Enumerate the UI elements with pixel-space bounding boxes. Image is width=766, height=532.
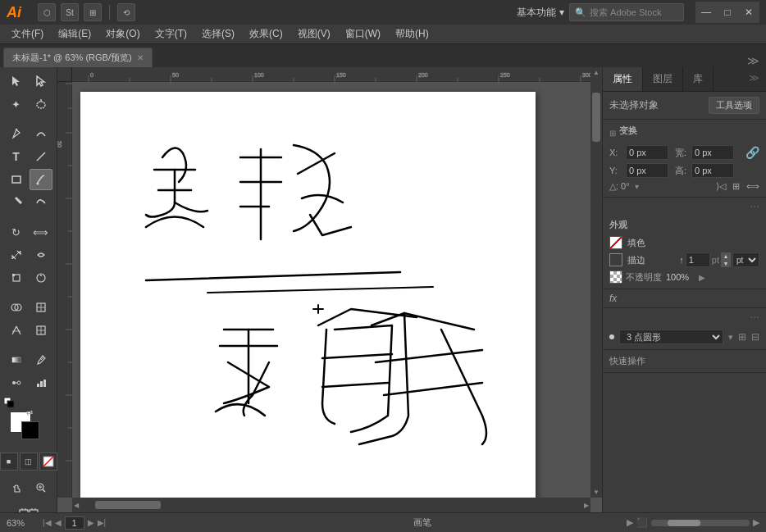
panel-more-btn[interactable]: ≫: [742, 67, 766, 91]
menu-help[interactable]: 帮助(H): [389, 25, 435, 43]
scroll-right-btn[interactable]: ▶: [584, 502, 589, 509]
menu-effect[interactable]: 效果(C): [243, 25, 290, 43]
first-page-btn[interactable]: |◀: [43, 518, 52, 527]
search-stock-input[interactable]: 🔍 搜索 Adobe Stock: [569, 3, 684, 21]
hand-tool[interactable]: [5, 477, 28, 498]
scroll-left-btn[interactable]: ◀: [74, 502, 79, 509]
tab-layers[interactable]: 图层: [643, 67, 683, 91]
scroll-thumb-h[interactable]: [95, 501, 161, 509]
play-btn[interactable]: ▶: [627, 517, 633, 528]
arrange-btn[interactable]: ⟲: [117, 3, 135, 21]
fill-swatch[interactable]: [609, 236, 622, 249]
last-page-btn[interactable]: ▶|: [98, 518, 107, 527]
scroll-down-btn[interactable]: ▼: [593, 489, 600, 496]
default-colors-icon[interactable]: [3, 397, 15, 408]
panel-toggle[interactable]: ≫: [747, 54, 766, 67]
menu-object[interactable]: 对象(O): [99, 25, 146, 43]
stroke-up-btn[interactable]: ▲: [721, 252, 731, 260]
selection-tool[interactable]: [5, 70, 28, 92]
rectangle-tool[interactable]: [5, 169, 28, 190]
curvature-tool[interactable]: [30, 123, 52, 144]
rotate-tool[interactable]: ↻: [5, 221, 28, 243]
stroke-swatch[interactable]: [609, 253, 622, 266]
lasso-tool[interactable]: [30, 93, 52, 115]
tab-properties[interactable]: 属性: [603, 67, 643, 91]
canvas-scroll-horizontal[interactable]: ◀ ▶: [72, 498, 590, 512]
menu-view[interactable]: 视图(V): [291, 25, 337, 43]
brush-options-icon[interactable]: ⊟: [751, 331, 759, 343]
maximize-btn[interactable]: □: [717, 2, 738, 23]
x-input[interactable]: [626, 145, 668, 160]
next-page-btn[interactable]: ▶: [88, 518, 94, 527]
height-input[interactable]: [691, 163, 734, 178]
gradient-tool[interactable]: [5, 349, 28, 371]
magic-wand-tool[interactable]: ✦: [5, 93, 28, 115]
more-transform-icon[interactable]: ⊞: [732, 181, 740, 192]
menu-file[interactable]: 文件(F): [5, 25, 50, 43]
brush-dropdown-arrow[interactable]: ▾: [728, 332, 733, 343]
bridge-btn[interactable]: St: [61, 3, 79, 21]
stroke-spinner[interactable]: ▲ ▼: [721, 252, 731, 267]
tab-library[interactable]: 库: [683, 67, 714, 91]
flip-h-icon[interactable]: ⟺: [746, 181, 759, 192]
menu-select[interactable]: 选择(S): [195, 25, 241, 43]
zoom-tool[interactable]: [30, 477, 52, 498]
opacity-swatch[interactable]: [609, 271, 622, 284]
width-tool[interactable]: [30, 244, 52, 266]
width-input[interactable]: [691, 145, 734, 160]
y-input[interactable]: [626, 163, 668, 178]
angle-arrow[interactable]: ▾: [635, 182, 639, 191]
layout-btn[interactable]: ⊞: [84, 3, 102, 21]
tool-options-button[interactable]: 工具选项: [709, 97, 759, 114]
live-paint-tool[interactable]: [30, 297, 52, 318]
brush-select[interactable]: 3 点圆形: [619, 330, 723, 344]
transform-more-dots[interactable]: ···: [603, 198, 766, 214]
stroke-down-btn[interactable]: ▼: [721, 260, 731, 267]
stroke-unit-select[interactable]: pt px: [732, 252, 759, 267]
document-canvas[interactable]: [80, 92, 536, 510]
line-tool[interactable]: [30, 146, 52, 167]
new-doc-btn[interactable]: ⬡: [38, 3, 56, 21]
gradient-mode-btn[interactable]: ◫: [20, 452, 38, 471]
prev-page-btn[interactable]: ◀: [55, 518, 62, 527]
horizontal-scroll-bar[interactable]: [651, 520, 750, 526]
swap-colors-icon[interactable]: ⇄: [26, 408, 33, 417]
swatch-wrapper[interactable]: ⇄: [7, 405, 39, 438]
puppet-warp-tool[interactable]: [30, 267, 52, 289]
scroll-up-btn[interactable]: ▲: [593, 69, 600, 76]
document-tab[interactable]: 未标题-1* @ 63% (RGB/预览) ✕: [3, 48, 153, 67]
menu-window[interactable]: 窗口(W): [339, 25, 387, 43]
scroll-right-end[interactable]: ▶: [753, 517, 759, 528]
shaper-tool[interactable]: [30, 192, 52, 213]
blend-tool[interactable]: [5, 372, 28, 393]
pencil-tool[interactable]: [5, 192, 28, 213]
scroll-thumb-v[interactable]: [592, 93, 600, 142]
page-num-input[interactable]: [65, 516, 84, 530]
scale-tool[interactable]: [5, 244, 28, 266]
menu-text[interactable]: 文字(T): [148, 25, 194, 43]
link-proportions-icon[interactable]: 🔗: [745, 146, 759, 159]
color-mode-btn[interactable]: ■: [0, 452, 18, 471]
none-mode-btn[interactable]: [39, 452, 57, 471]
bar-chart-tool[interactable]: [30, 372, 52, 393]
opacity-arrow[interactable]: ▶: [699, 273, 705, 282]
tab-close[interactable]: ✕: [137, 53, 144, 62]
stroke-size-input[interactable]: [686, 252, 710, 267]
eyedropper-tool[interactable]: [30, 349, 52, 371]
stroke-color-swatch[interactable]: [21, 421, 39, 439]
canvas-scroll-vertical[interactable]: ▲ ▼: [590, 67, 602, 498]
stop-btn[interactable]: ⬛: [636, 517, 648, 528]
workspace-arrow[interactable]: ▾: [559, 7, 564, 18]
close-btn[interactable]: ✕: [738, 2, 759, 23]
menu-edit[interactable]: 编辑(E): [52, 25, 98, 43]
pen-tool[interactable]: [5, 123, 28, 144]
perspective-grid-tool[interactable]: [5, 320, 28, 341]
reflect-tool[interactable]: ⟺: [30, 221, 52, 243]
appearance-more-dots[interactable]: ···: [603, 308, 766, 325]
paintbrush-tool[interactable]: [30, 169, 52, 190]
shape-builder-tool[interactable]: [5, 297, 28, 318]
mesh-tool[interactable]: [30, 320, 52, 341]
free-transform-tool[interactable]: [5, 267, 28, 289]
minimize-btn[interactable]: —: [695, 2, 717, 23]
brush-library-icon[interactable]: ⊞: [738, 331, 746, 343]
